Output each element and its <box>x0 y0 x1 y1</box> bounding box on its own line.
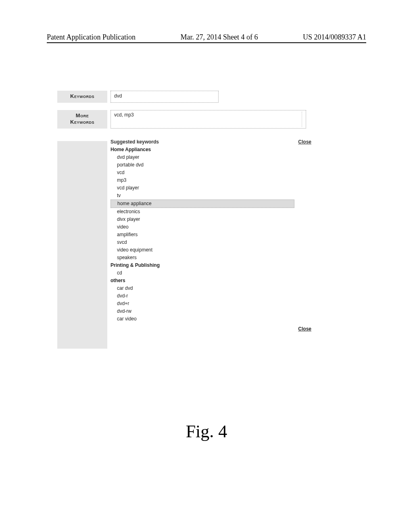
page-header: Patent Application Publication Mar. 27, … <box>47 33 366 43</box>
suggest-keyword[interactable]: video equipment <box>111 246 311 254</box>
keywords-row: Keywords dvd <box>57 91 311 103</box>
suggest-keyword[interactable]: electronics <box>111 208 311 216</box>
suggest-keyword[interactable]: vcd player <box>111 184 311 192</box>
header-right: US 2014/0089337 A1 <box>303 33 366 42</box>
keywords-label: Keywords <box>57 91 107 103</box>
suggest-keyword[interactable]: car dvd <box>111 285 311 292</box>
suggest-keyword[interactable]: home appliance <box>111 200 294 208</box>
suggest-keyword[interactable]: vcd <box>111 169 311 177</box>
suggest-category: Home Appliances <box>111 146 311 154</box>
suggest-category: others <box>111 277 311 285</box>
suggested-title: Suggested keywords <box>111 138 159 146</box>
suggest-keyword[interactable]: dvd+r <box>111 300 311 308</box>
suggest-keyword[interactable]: tv <box>111 192 311 200</box>
suggest-keyword[interactable]: svcd <box>111 239 311 246</box>
suggest-keyword[interactable]: portable dvd <box>111 161 311 169</box>
suggest-keyword[interactable]: cd <box>111 269 311 277</box>
header-mid: Mar. 27, 2014 Sheet 4 of 6 <box>180 33 258 42</box>
scrollbar-icon[interactable] <box>302 112 305 127</box>
suggested-body: Home Appliancesdvd playerportable dvdvcd… <box>111 146 311 323</box>
more-keywords-value: vcd, mp3 <box>114 112 134 118</box>
suggest-keyword[interactable]: car video <box>111 315 311 323</box>
suggest-keyword[interactable]: speakers <box>111 254 311 262</box>
more-keywords-label-line2: Keywords <box>70 119 94 125</box>
suggested-header: Suggested keywords Close <box>111 138 311 146</box>
close-link-bottom[interactable]: Close <box>298 326 311 332</box>
suggest-keyword[interactable]: mp3 <box>111 177 311 184</box>
header-left: Patent Application Publication <box>47 33 136 42</box>
suggest-keyword[interactable]: amplifiers <box>111 231 311 239</box>
close-link-top[interactable]: Close <box>298 138 311 146</box>
suggest-keyword[interactable]: video <box>111 223 311 231</box>
more-keywords-label-line1: More <box>76 112 89 118</box>
suggest-keyword[interactable]: divx player <box>111 216 311 223</box>
suggest-keyword[interactable]: dvd-r <box>111 292 311 300</box>
more-keywords-row: More Keywords vcd, mp3 <box>57 110 311 129</box>
suggested-keywords-panel: Suggested keywords Close Home Appliances… <box>111 138 311 333</box>
sidebar-fill <box>57 141 107 349</box>
keywords-input[interactable]: dvd <box>111 91 219 103</box>
more-keywords-input[interactable]: vcd, mp3 <box>111 110 306 129</box>
figure-caption: Fig. 4 <box>0 421 413 442</box>
figure-body: Keywords dvd More Keywords vcd, mp3 <box>57 91 311 129</box>
close-row-bottom: Close <box>111 325 311 333</box>
suggest-keyword[interactable]: dvd-rw <box>111 308 311 315</box>
suggest-keyword[interactable]: dvd player <box>111 154 311 161</box>
suggest-category: Printing & Publishing <box>111 262 311 269</box>
more-keywords-label: More Keywords <box>57 110 107 129</box>
